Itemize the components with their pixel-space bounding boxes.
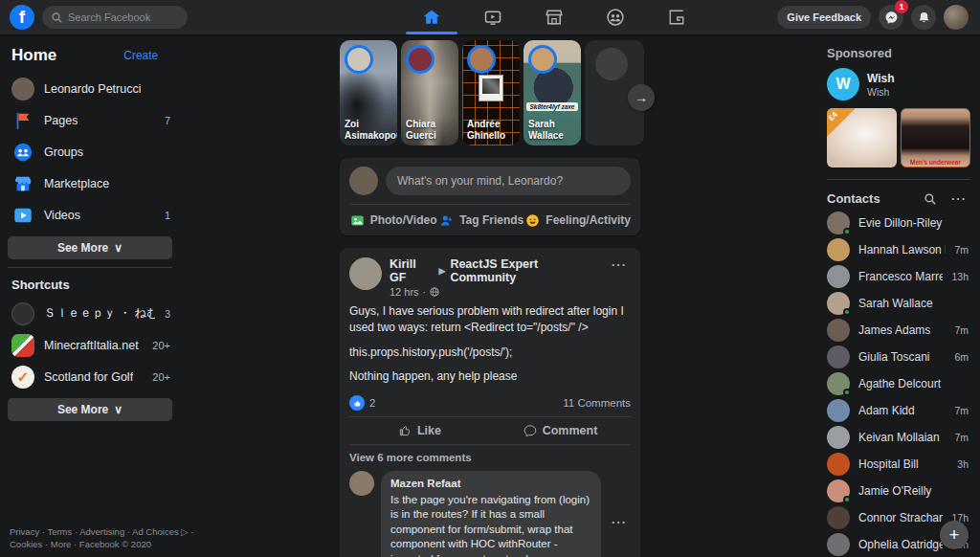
shortcut-avatar: ✓	[11, 366, 34, 389]
dot-separator: ·	[423, 286, 427, 298]
action-label: Photo/Video	[370, 213, 437, 227]
sidebar-item-pages[interactable]: Pages 7	[8, 104, 195, 136]
divider	[827, 179, 970, 180]
avatar[interactable]	[349, 167, 378, 195]
avatar	[827, 372, 850, 395]
contact-row[interactable]: Adam Kidd 7m	[825, 397, 972, 424]
tag-friends-button[interactable]: Tag Friends	[437, 205, 525, 235]
footer-links[interactable]: Privacy · Terms · Advertising · Ad Choic…	[10, 526, 193, 551]
post-time[interactable]: 12 hrs	[390, 286, 419, 298]
tab-watch[interactable]	[462, 0, 523, 34]
post-author[interactable]: Kirill GF	[390, 257, 434, 284]
online-dot	[843, 389, 851, 396]
search-contacts-icon[interactable]	[924, 193, 936, 205]
tab-gaming[interactable]	[646, 0, 707, 34]
view-more-comments-link[interactable]: View 6 more comments	[340, 445, 640, 467]
post-options-button[interactable]: ···	[608, 257, 631, 272]
comments-count[interactable]: 11 Comments	[563, 397, 631, 409]
comment-label: Comment	[543, 424, 598, 437]
avatar	[827, 238, 850, 261]
story-card[interactable]: Andrée Ghinello	[462, 40, 520, 145]
ad-product-image[interactable]: £4	[827, 108, 897, 167]
shortcut-item-minecraftitalia[interactable]: MinecraftItalia.net 20+	[8, 329, 195, 361]
contact-row[interactable]: Sarah Wallace	[825, 290, 972, 317]
stories-tray: Zoi Asimakopoulou Chiara Guerci Andrée G…	[340, 40, 640, 145]
contact-row[interactable]: Giulia Toscani 6m	[825, 344, 972, 370]
like-count[interactable]: 2	[369, 397, 375, 409]
feeling-activity-button[interactable]: Feeling/Activity	[525, 205, 631, 235]
ad-title[interactable]: Wish	[867, 72, 895, 85]
contacts-options-button[interactable]: ···	[947, 191, 970, 206]
comment-author[interactable]: Mazen Refaat	[390, 477, 591, 492]
contact-row[interactable]: James Adams 7m	[825, 317, 972, 344]
story-avatar	[345, 45, 373, 74]
tab-groups[interactable]	[585, 0, 646, 34]
photo-video-button[interactable]: Photo/Video	[349, 205, 437, 235]
sidebar-item-profile[interactable]: Leonardo Petrucci	[8, 73, 195, 104]
new-message-button[interactable]: +	[940, 521, 969, 549]
photo-icon	[350, 213, 365, 228]
online-dot	[843, 228, 851, 235]
like-button[interactable]: Like	[349, 417, 490, 444]
facebook-logo[interactable]: f	[10, 5, 34, 30]
story-card[interactable]: Chiara Guerci	[401, 40, 458, 145]
contact-row[interactable]: Keivan Mollaian 7m	[825, 424, 972, 451]
arrow-right-icon: ▶	[438, 266, 445, 276]
comment-button[interactable]: Comment	[490, 417, 631, 444]
profile-avatar[interactable]	[944, 5, 969, 30]
post-author-avatar[interactable]	[349, 257, 382, 290]
create-link[interactable]: Create	[123, 49, 158, 62]
post-composer: What's on your mind, Leonardo? Photo/Vid…	[340, 158, 640, 235]
bell-icon	[917, 11, 931, 25]
see-more-button[interactable]: See More ∨	[8, 236, 172, 259]
ad-product-image[interactable]: Men's underwear	[901, 108, 970, 167]
notifications-button[interactable]	[911, 5, 936, 30]
like-count-icon[interactable]	[349, 395, 365, 411]
sidebar-item-videos[interactable]: Videos 1	[8, 199, 195, 231]
contact-last-active: 13h	[951, 271, 970, 282]
comment-text: Is the page you're navigating from (logi…	[390, 493, 591, 557]
comment-bubble: Mazen Refaat Is the page you're navigati…	[381, 471, 601, 557]
tab-marketplace[interactable]	[523, 0, 585, 34]
search-input[interactable]: Search Facebook	[42, 6, 188, 29]
contact-row[interactable]: Francesco Marretta 13h	[825, 263, 972, 290]
contact-row[interactable]: Agathe Delcourt	[825, 370, 972, 397]
story-name: Chiara Guerci	[406, 119, 456, 141]
like-icon	[398, 424, 412, 437]
messenger-button[interactable]: 1	[879, 5, 903, 30]
contact-row[interactable]: Hospital Bill 3h	[825, 451, 972, 478]
sidebar-item-badge: 1	[165, 210, 191, 221]
comment-options-button[interactable]: ···	[608, 515, 631, 529]
story-card[interactable]: Sk8ter4lyf zaxe Sarah Wallace	[523, 40, 581, 145]
groups-icon	[11, 141, 34, 164]
stories-next-button[interactable]: →	[628, 84, 655, 111]
see-more-shortcuts-button[interactable]: See More ∨	[8, 398, 172, 421]
online-dot	[843, 496, 851, 503]
right-sidebar: Sponsored W Wish Wish £4 Men's underwear…	[821, 34, 980, 557]
contact-name: Hospital Bill	[858, 457, 948, 471]
sponsored-ad[interactable]: W Wish Wish	[825, 68, 972, 108]
status-input[interactable]: What's on your mind, Leonardo?	[386, 167, 631, 195]
sidebar-item-label: Leonardo Petrucci	[44, 82, 141, 96]
comment-author-avatar[interactable]	[349, 471, 374, 496]
contact-row[interactable]: Evie Dillon-Riley	[825, 210, 972, 236]
contact-name: Keivan Mollaian	[858, 431, 946, 444]
contact-row[interactable]: Jamie O'Reilly	[825, 478, 972, 504]
avatar	[827, 345, 850, 368]
story-avatar	[528, 45, 557, 74]
sidebar-item-marketplace[interactable]: Marketplace	[8, 167, 195, 199]
sidebar-item-groups[interactable]: Groups	[8, 136, 195, 167]
give-feedback-button[interactable]: Give Feedback	[777, 6, 871, 29]
tab-home[interactable]	[401, 0, 462, 34]
shortcut-item-scotland-golf[interactable]: ✓ Scotland for Golf 20+	[8, 361, 195, 392]
contact-name: James Adams	[858, 323, 946, 337]
messenger-badge: 1	[895, 0, 908, 13]
story-card[interactable]: Zoi Asimakopoulou	[340, 40, 397, 145]
post: Kirill GF ▶ ReactJS Expert Community 12 …	[340, 248, 640, 557]
contact-name: Connor Strachan Baxter	[858, 511, 943, 524]
pages-flag-icon	[11, 109, 34, 132]
shortcut-item-sleepy[interactable]: Ｓｌｅｅｐｙ ・ ねむい 3	[8, 298, 195, 329]
sidebar-item-badge: 7	[165, 115, 191, 126]
post-group[interactable]: ReactJS Expert Community	[450, 257, 600, 284]
contact-row[interactable]: Hannah Lawson McLean 7m	[825, 236, 972, 263]
